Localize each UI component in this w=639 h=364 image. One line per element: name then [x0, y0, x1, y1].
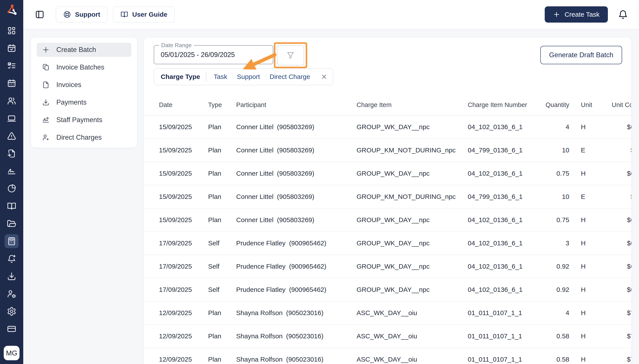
rail-item-tasks[interactable]	[4, 59, 19, 73]
app-logo	[5, 4, 18, 16]
table-body: 15/09/2025 Plan Conner Littel(905803269)…	[144, 116, 632, 364]
rail-item-schedule[interactable]	[4, 41, 19, 55]
table-header-row: Date Type Participant Charge Item Charge…	[144, 94, 632, 116]
participant-name: Prudence Flatley	[236, 240, 286, 247]
table-row[interactable]: 15/09/2025 Plan Conner Littel(905803269)…	[144, 208, 632, 232]
col-charge-item: Charge Item	[356, 101, 468, 108]
date-range-field[interactable]: Date Range 05/01/2025 - 26/09/2025	[154, 45, 273, 64]
participant-id: (900965462)	[289, 263, 326, 270]
menu-item-invoice-batches[interactable]: Invoice Batches	[36, 60, 131, 74]
table-row[interactable]: 15/09/2025 Plan Conner Littel(905803269)…	[144, 185, 632, 208]
rail-item-knowledge[interactable]	[4, 199, 19, 213]
download-icon	[7, 272, 16, 281]
notifications-button[interactable]	[618, 10, 628, 20]
create-task-button[interactable]: Create Task	[545, 6, 608, 22]
filter-annotation-highlight	[274, 42, 307, 68]
table-row[interactable]: 12/09/2025 Plan Shayna Rolfson(905023016…	[144, 348, 632, 364]
menu-item-label: Staff Payments	[56, 116, 102, 124]
rail-item-new-document[interactable]	[4, 146, 19, 160]
table-row[interactable]: 17/09/2025 Self Prudence Flatley(9009654…	[144, 232, 632, 255]
chip-direct-charge[interactable]: Direct Charge	[270, 73, 310, 80]
create-batch-panel: Date Range 05/01/2025 - 26/09/2025 Gener…	[144, 37, 632, 364]
col-unit: Unit	[569, 101, 594, 108]
lifebuoy-icon	[63, 10, 71, 18]
panel-left-icon	[35, 10, 44, 19]
rail-item-billing[interactable]	[4, 234, 19, 248]
menu-item-payments[interactable]: Payments	[36, 96, 131, 110]
content: Create Batch Invoice Batches Invoices Pa…	[23, 30, 639, 364]
filter-button[interactable]	[277, 45, 304, 65]
col-type: Type	[208, 101, 236, 108]
rail-item-calendar[interactable]	[4, 76, 19, 90]
support-label: Support	[75, 11, 100, 18]
menu-item-invoices[interactable]: Invoices	[36, 78, 131, 92]
rail-item-downloads[interactable]	[4, 269, 19, 283]
col-date: Date	[159, 101, 208, 108]
folder-open-icon	[7, 219, 16, 228]
calendar-icon	[7, 78, 16, 88]
table-row[interactable]: 15/09/2025 Plan Conner Littel(905803269)…	[144, 116, 632, 139]
user-guide-button[interactable]: User Guide	[113, 6, 175, 22]
menu-item-direct-charges[interactable]: Direct Charges	[36, 130, 131, 144]
rail-item-files[interactable]	[4, 217, 19, 231]
menu-item-label: Invoice Batches	[56, 63, 104, 71]
date-range-value: 05/01/2025 - 26/09/2025	[161, 51, 235, 59]
file-icon	[42, 81, 50, 89]
menu-item-create-batch[interactable]: Create Batch	[36, 43, 131, 57]
rail-item-signatures[interactable]	[4, 164, 19, 178]
rail-item-dashboard[interactable]	[4, 24, 19, 38]
rail-nav	[0, 24, 23, 336]
participant-id: (905023016)	[286, 332, 324, 340]
date-range-label: Date Range	[159, 42, 194, 49]
rail-item-incidents[interactable]	[4, 129, 19, 143]
signature-icon	[7, 166, 16, 176]
table-row[interactable]: 15/09/2025 Plan Conner Littel(905803269)…	[144, 162, 632, 185]
funnel-icon	[286, 51, 295, 60]
user-cog-icon	[7, 289, 16, 299]
rail-item-settings[interactable]	[4, 304, 19, 318]
rail-item-reports[interactable]	[4, 182, 19, 196]
menu-item-label: Direct Charges	[56, 134, 102, 142]
table-row[interactable]: 12/09/2025 Plan Shayna Rolfson(905023016…	[144, 302, 632, 325]
copy-icon	[42, 63, 50, 71]
user-guide-label: User Guide	[132, 11, 167, 18]
generate-draft-batch-button[interactable]: Generate Draft Batch	[540, 46, 622, 64]
table-row[interactable]: 12/09/2025 Plan Shayna Rolfson(905023016…	[144, 325, 632, 348]
clear-filter-button[interactable]	[320, 73, 328, 80]
menu-item-staff-payments[interactable]: Staff Payments	[36, 113, 131, 127]
avatar[interactable]: MG	[4, 346, 20, 360]
participant-id: (905803269)	[277, 170, 314, 177]
calendar-check-icon	[7, 44, 16, 53]
menu-item-label: Payments	[56, 98, 86, 106]
table-row[interactable]: 15/09/2025 Plan Conner Littel(905803269)…	[144, 139, 632, 162]
chip-task[interactable]: Task	[214, 73, 228, 80]
table-row[interactable]: 17/09/2025 Self Prudence Flatley(9009654…	[144, 255, 632, 278]
credit-card-icon	[7, 324, 16, 334]
rail-item-user-management[interactable]	[4, 287, 19, 301]
participant-name: Conner Littel	[236, 123, 274, 130]
pie-chart-icon	[7, 184, 16, 194]
participant-id: (900965462)	[289, 240, 326, 247]
laptop-icon	[7, 114, 16, 123]
sidebar-toggle-button[interactable]	[35, 10, 44, 19]
participant-name: Conner Littel	[236, 146, 274, 154]
rail-item-payments-cards[interactable]	[4, 322, 19, 336]
participant-name: Prudence Flatley	[236, 286, 286, 293]
participant-name: Prudence Flatley	[236, 263, 286, 270]
users-icon	[7, 96, 16, 106]
topbar: Support User Guide Create Task	[23, 0, 639, 30]
participant-id: (905803269)	[277, 193, 314, 200]
chip-support[interactable]: Support	[237, 73, 260, 80]
app-root: MG Support User Guide Create Task Cre	[0, 0, 639, 364]
list-checks-icon	[7, 61, 16, 70]
participant-id: (905803269)	[277, 123, 314, 130]
participant-name: Conner Littel	[236, 193, 274, 200]
participant-id: (905023016)	[286, 309, 324, 316]
table-row[interactable]: 17/09/2025 Self Prudence Flatley(9009654…	[144, 278, 632, 302]
participant-id: (900965462)	[289, 286, 326, 293]
rail-item-devices[interactable]	[4, 112, 19, 126]
support-button[interactable]: Support	[56, 6, 108, 22]
rail-item-notifications-settings[interactable]	[4, 252, 19, 266]
participant-id: (905803269)	[277, 216, 314, 224]
rail-item-participants[interactable]	[4, 94, 19, 108]
